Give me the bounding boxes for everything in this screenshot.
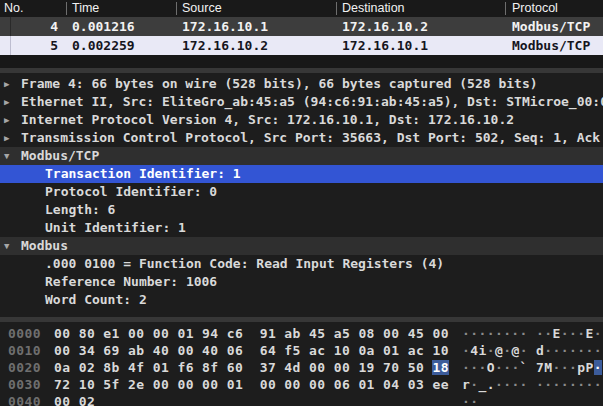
ascii-text[interactable]: _. (478, 377, 494, 392)
hex-byte-text[interactable]: 0a 02 8b 4f 01 f6 8f 60 37 4d 00 00 19 7… (54, 360, 432, 375)
tree-row-label: Transaction Identifier: 1 (45, 165, 241, 183)
hex-bytes[interactable]: 0a 02 8b 4f 01 f6 8f 60 37 4d 00 00 19 7… (54, 359, 462, 376)
packet-list-header: No. Time Source Destination Protocol (0, 0, 603, 17)
cell-no: 5 (0, 36, 58, 55)
column-header-source[interactable]: Source (182, 1, 222, 15)
column-separator[interactable] (66, 2, 67, 15)
hex-ascii[interactable]: ···O···` 7M···pP· (462, 359, 602, 376)
hex-row: 000000 80 e1 00 00 01 94 c6 91 ab 45 a5 … (0, 325, 603, 342)
tree-row-label: Ethernet II, Src: EliteGro_ab:45:a5 (94:… (21, 93, 603, 111)
chevron-down-icon[interactable]: ▼ (4, 237, 18, 255)
hex-ascii[interactable]: r·_.···· ········ (462, 376, 602, 393)
tree-row[interactable]: ▼Modbus (0, 237, 603, 255)
hex-ascii[interactable]: ········ ··E···E· (462, 325, 602, 342)
hex-bytes[interactable]: 00 02 (54, 393, 462, 406)
ascii-text[interactable]: · (487, 343, 495, 358)
hex-byte-text[interactable]: 00 80 e1 00 00 01 94 c6 91 ab 45 a5 08 0… (54, 326, 449, 341)
ascii-text[interactable]: · (594, 326, 602, 341)
ascii-text[interactable]: ········ ·· (462, 326, 553, 341)
ascii-text[interactable]: ······· (544, 343, 602, 358)
ascii-text[interactable]: pP (577, 360, 593, 375)
tree-row[interactable]: Transaction Identifier: 1 (0, 165, 603, 183)
ascii-text[interactable]: @ (511, 343, 519, 358)
column-header-time[interactable]: Time (72, 1, 99, 15)
tree-row[interactable]: ▼Modbus/TCP (0, 147, 603, 165)
tree-row-label: Reference Number: 1006 (45, 273, 217, 291)
tree-row[interactable]: ▶Internet Protocol Version 4, Src: 172.1… (0, 111, 603, 129)
hex-ascii[interactable]: ·4i·@·@· d······· (462, 342, 602, 359)
ascii-text[interactable]: ` (520, 360, 528, 375)
tree-row-label: Unit Identifier: 1 (45, 219, 186, 237)
cell-destination: 172.16.10.2 (342, 17, 428, 36)
chevron-down-icon[interactable]: ▼ (4, 147, 18, 165)
cell-protocol: Modbus/TCP (512, 17, 590, 36)
column-header-no[interactable]: No. (4, 1, 23, 15)
ascii-text[interactable]: E (585, 326, 593, 341)
ascii-text[interactable]: O (487, 360, 495, 375)
hex-bytes[interactable]: 00 34 69 ab 40 00 40 06 64 f5 ac 10 0a 0… (54, 342, 462, 359)
cell-destination: 172.16.10.1 (342, 36, 428, 55)
ascii-text[interactable]: 4i (470, 343, 486, 358)
highlighted-ascii-char[interactable]: · (594, 360, 602, 375)
tree-row[interactable]: Length: 6 (0, 201, 603, 219)
tree-row-label: Internet Protocol Version 4, Src: 172.16… (21, 111, 514, 129)
hex-byte-text[interactable]: 00 02 (54, 394, 95, 406)
highlighted-byte[interactable]: 18 (432, 360, 448, 375)
column-separator[interactable] (505, 2, 506, 15)
ascii-text[interactable]: ·· (462, 394, 478, 406)
tree-row-label: Modbus (21, 237, 68, 255)
cell-time: 0.001216 (72, 17, 135, 36)
tree-row[interactable]: .000 0100 = Function Code: Read Input Re… (0, 255, 603, 273)
ascii-text[interactable]: 7M (536, 360, 552, 375)
column-separator[interactable] (336, 2, 337, 15)
hex-offset: 0000 (0, 325, 46, 342)
column-separator[interactable] (176, 2, 177, 15)
tree-row[interactable]: Protocol Identifier: 0 (0, 183, 603, 201)
tree-row[interactable]: Word Count: 2 (0, 291, 603, 309)
ascii-text[interactable]: ··· (561, 326, 586, 341)
ascii-text[interactable]: · (520, 343, 536, 358)
tree-row[interactable]: Reference Number: 1006 (0, 273, 603, 291)
chevron-right-icon[interactable]: ▶ (4, 111, 18, 129)
hex-bytes[interactable]: 72 10 5f 2e 00 00 00 01 00 00 00 06 01 0… (54, 376, 462, 393)
ascii-text[interactable]: E (553, 326, 561, 341)
hex-bytes[interactable]: 00 80 e1 00 00 01 94 c6 91 ab 45 a5 08 0… (54, 325, 462, 342)
chevron-right-icon[interactable]: ▶ (4, 129, 18, 147)
tree-row-label: Transmission Control Protocol, Src Port:… (21, 129, 600, 147)
packet-bytes-pane: 000000 80 e1 00 00 01 94 c6 91 ab 45 a5 … (0, 322, 603, 406)
packet-row[interactable]: 40.001216172.16.10.1172.16.10.2Modbus/TC… (0, 17, 603, 36)
cell-source: 172.16.10.2 (182, 36, 268, 55)
tree-row[interactable]: Unit Identifier: 1 (0, 219, 603, 237)
ascii-text[interactable]: · (462, 343, 470, 358)
tree-row[interactable]: ▶Frame 4: 66 bytes on wire (528 bits), 6… (0, 75, 603, 93)
cell-protocol: Modbus/TCP (512, 36, 590, 55)
hex-row: 00200a 02 8b 4f 01 f6 8f 60 37 4d 00 00 … (0, 359, 603, 376)
chevron-right-icon[interactable]: ▶ (4, 75, 18, 93)
chevron-right-icon[interactable]: ▶ (4, 93, 18, 111)
packet-list-pane: No. Time Source Destination Protocol 40.… (0, 0, 603, 68)
hex-row: 004000 02·· (0, 393, 603, 406)
tree-row[interactable]: ▶Transmission Control Protocol, Src Port… (0, 129, 603, 147)
ascii-text[interactable]: ··· (553, 360, 578, 375)
tree-row[interactable]: ▶Ethernet II, Src: EliteGro_ab:45:a5 (94… (0, 93, 603, 111)
hex-offset: 0020 (0, 359, 46, 376)
ascii-text[interactable]: r (462, 377, 470, 392)
ascii-text[interactable]: ··· (495, 360, 520, 375)
tree-row-label: Word Count: 2 (45, 291, 147, 309)
tree-row-label: .000 0100 = Function Code: Read Input Re… (45, 255, 444, 273)
ascii-text[interactable]: @ (495, 343, 503, 358)
ascii-text[interactable]: ··· (462, 360, 487, 375)
hex-offset: 0040 (0, 393, 46, 406)
hex-byte-text[interactable]: 72 10 5f 2e 00 00 00 01 00 00 00 06 01 0… (54, 377, 449, 392)
hex-byte-text[interactable]: 00 34 69 ab 40 00 40 06 64 f5 ac 10 0a 0… (54, 343, 449, 358)
column-header-destination[interactable]: Destination (342, 1, 405, 15)
hex-ascii[interactable]: ·· (462, 393, 478, 406)
packet-row[interactable]: 50.002259172.16.10.2172.16.10.1Modbus/TC… (0, 36, 603, 55)
column-header-protocol[interactable]: Protocol (512, 1, 558, 15)
cell-time: 0.002259 (72, 36, 135, 55)
packet-list-rows: 40.001216172.16.10.1172.16.10.2Modbus/TC… (0, 17, 603, 55)
ascii-text[interactable] (528, 360, 536, 375)
ascii-text[interactable]: ···· ········ (495, 377, 602, 392)
cell-no: 4 (0, 17, 58, 36)
hex-row: 001000 34 69 ab 40 00 40 06 64 f5 ac 10 … (0, 342, 603, 359)
